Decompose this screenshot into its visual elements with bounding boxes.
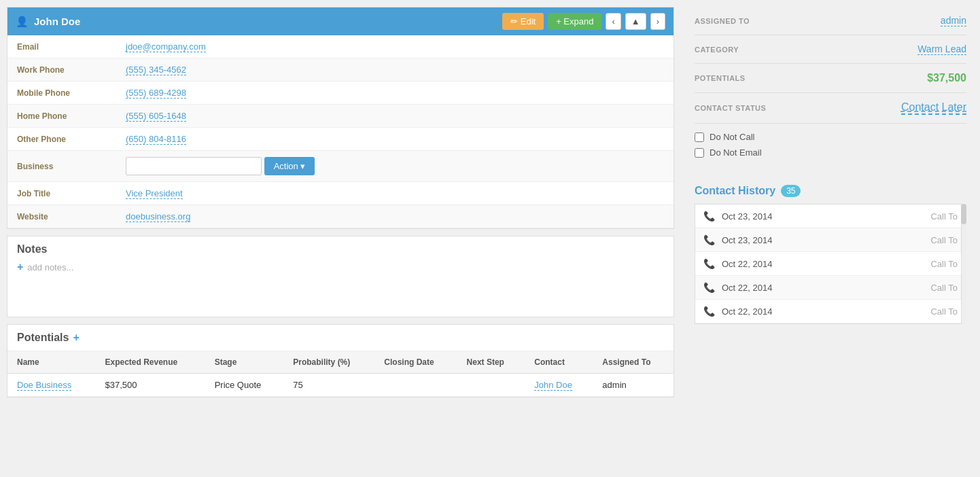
- table-row: Website doebusiness.org: [7, 205, 673, 228]
- mobile-phone-link[interactable]: (555) 689-4298: [126, 88, 186, 99]
- home-phone-link[interactable]: (555) 605-1648: [126, 111, 186, 122]
- col-next-step: Next Step: [457, 351, 525, 374]
- history-type: Call To: [930, 283, 958, 293]
- table-row: Job Title Vice President: [7, 182, 673, 205]
- do-not-email-checkbox[interactable]: [695, 148, 704, 158]
- potential-revenue: $37,500: [95, 374, 205, 397]
- history-list: 📞 Oct 23, 2014 Call To 📞 Oct 23, 2014 Ca…: [695, 204, 966, 324]
- other-phone-link[interactable]: (650) 804-8116: [126, 134, 186, 145]
- arrow-right-icon: ›: [657, 16, 659, 26]
- other-phone-label: Other Phone: [7, 128, 116, 151]
- notes-section: Notes + add notes...: [7, 236, 674, 317]
- phone-icon: 📞: [703, 234, 715, 245]
- potentials-section: Potentials + Name Expected Revenue Stage…: [7, 324, 674, 398]
- contact-header: 👤 John Doe ✏ Edit + Expand ‹ ▲ ›: [7, 7, 673, 35]
- mobile-phone-label: Mobile Phone: [7, 82, 116, 105]
- do-not-email-label: Do Not Email: [710, 147, 762, 158]
- person-icon: 👤: [16, 16, 29, 28]
- home-phone-label: Home Phone: [7, 105, 116, 128]
- col-assigned-to: Assigned To: [593, 351, 673, 374]
- history-type: Call To: [930, 235, 958, 245]
- history-item: 📞 Oct 22, 2014 Call To: [695, 276, 966, 300]
- potentials-add-button[interactable]: +: [73, 332, 79, 344]
- checkbox-group: Do Not Call Do Not Email: [695, 124, 966, 171]
- action-label: Action: [274, 161, 298, 171]
- table-row: Doe Business $37,500 Price Quote 75 John…: [7, 374, 673, 397]
- right-panel: ASSIGNED TO admin CATEGORY Warm Lead POT…: [681, 0, 980, 477]
- do-not-call-checkbox[interactable]: [695, 132, 704, 142]
- history-date: Oct 22, 2014: [722, 306, 924, 317]
- table-row: Mobile Phone (555) 689-4298: [7, 82, 673, 105]
- contact-status-label: CONTACT STATUS: [695, 104, 766, 112]
- history-date: Oct 23, 2014: [722, 211, 924, 222]
- contact-history-section: Contact History 35 📞 Oct 23, 2014 Call T…: [695, 185, 966, 324]
- history-date: Oct 23, 2014: [722, 235, 924, 245]
- history-date: Oct 22, 2014: [722, 259, 924, 269]
- table-row: Other Phone (650) 804-8116: [7, 128, 673, 151]
- table-row: Work Phone (555) 345-4562: [7, 58, 673, 82]
- potentials-block: POTENTIALS $37,500: [695, 64, 966, 93]
- potential-contact-link[interactable]: John Doe: [534, 380, 572, 391]
- assigned-to-block: ASSIGNED TO admin: [695, 7, 966, 35]
- history-date: Oct 22, 2014: [722, 283, 924, 293]
- potential-stage: Price Quote: [205, 374, 284, 397]
- website-link[interactable]: doebusiness.org: [126, 211, 190, 222]
- scrollbar[interactable]: [961, 204, 966, 324]
- history-title: Contact History: [695, 185, 775, 197]
- table-row: Home Phone (555) 605-1648: [7, 105, 673, 128]
- chevron-down-icon: ▾: [300, 161, 305, 171]
- col-expected-revenue: Expected Revenue: [95, 351, 205, 374]
- contact-status-value[interactable]: Contact Later: [901, 101, 966, 115]
- phone-icon: 📞: [703, 282, 715, 293]
- potential-assigned-to: admin: [593, 374, 673, 397]
- potential-name-link[interactable]: Doe Business: [17, 380, 71, 391]
- assigned-to-value[interactable]: admin: [941, 15, 966, 26]
- expand-button[interactable]: + Expand: [548, 13, 601, 30]
- potentials-title-text: Potentials: [17, 332, 69, 344]
- edit-button[interactable]: ✏ Edit: [502, 13, 544, 30]
- up-button[interactable]: ▲: [625, 13, 646, 30]
- history-badge: 35: [781, 185, 801, 197]
- do-not-email-item: Do Not Email: [695, 147, 966, 158]
- do-not-call-label: Do Not Call: [710, 132, 754, 142]
- email-link[interactable]: jdoe@company.com: [126, 41, 206, 52]
- action-button[interactable]: Action ▾: [264, 157, 315, 175]
- phone-icon: 📞: [703, 211, 715, 222]
- table-row: Business Action ▾: [7, 151, 673, 182]
- potentials-sidebar-value: $37,500: [927, 72, 966, 84]
- add-notes-plus-icon: +: [17, 261, 23, 273]
- history-item: 📞 Oct 22, 2014 Call To: [695, 300, 966, 323]
- history-item: 📞 Oct 23, 2014 Call To: [695, 228, 966, 252]
- add-notes-button[interactable]: + add notes...: [17, 261, 664, 273]
- history-item: 📞 Oct 23, 2014 Call To: [695, 205, 966, 228]
- potential-closing-date: [374, 374, 457, 397]
- potential-next-step: [457, 374, 525, 397]
- table-row: Email jdoe@company.com: [7, 35, 673, 58]
- business-input[interactable]: [126, 157, 262, 175]
- work-phone-label: Work Phone: [7, 58, 116, 82]
- col-contact: Contact: [525, 351, 593, 374]
- category-block: CATEGORY Warm Lead: [695, 35, 966, 64]
- work-phone-link[interactable]: (555) 345-4562: [126, 65, 186, 75]
- category-value[interactable]: Warm Lead: [917, 43, 966, 55]
- col-probability: Probability (%): [283, 351, 374, 374]
- col-stage: Stage: [205, 351, 284, 374]
- notes-title: Notes: [17, 243, 664, 255]
- job-title-link[interactable]: Vice President: [126, 188, 183, 199]
- contact-name: John Doe: [34, 16, 80, 27]
- contact-card: 👤 John Doe ✏ Edit + Expand ‹ ▲ › Email j…: [7, 7, 674, 229]
- business-label: Business: [7, 151, 116, 182]
- col-name: Name: [7, 351, 95, 374]
- email-label: Email: [7, 35, 116, 58]
- history-type: Call To: [930, 211, 958, 222]
- category-label: CATEGORY: [695, 46, 739, 54]
- arrow-left-icon: ‹: [612, 16, 614, 26]
- contact-table: Email jdoe@company.com Work Phone (555) …: [7, 35, 673, 228]
- next-button[interactable]: ›: [650, 13, 665, 30]
- prev-button[interactable]: ‹: [606, 13, 620, 30]
- website-label: Website: [7, 205, 116, 228]
- history-item: 📞 Oct 22, 2014 Call To: [695, 252, 966, 276]
- history-type: Call To: [930, 259, 958, 269]
- phone-icon: 📞: [703, 306, 715, 317]
- potential-probability: 75: [283, 374, 374, 397]
